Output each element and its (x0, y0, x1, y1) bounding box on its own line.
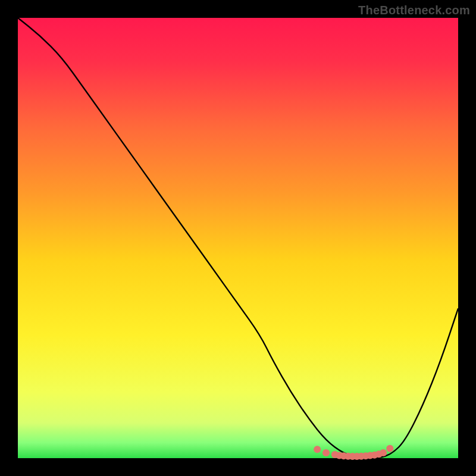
highlight-dot (322, 449, 330, 456)
highlight-dot (314, 446, 321, 453)
highlight-dot (380, 449, 387, 456)
chart-stage: TheBottleneck.com (0, 0, 476, 476)
plot-background (18, 18, 458, 458)
watermark-text: TheBottleneck.com (358, 4, 470, 17)
bottleneck-chart (0, 0, 476, 476)
highlight-dot (386, 445, 393, 452)
